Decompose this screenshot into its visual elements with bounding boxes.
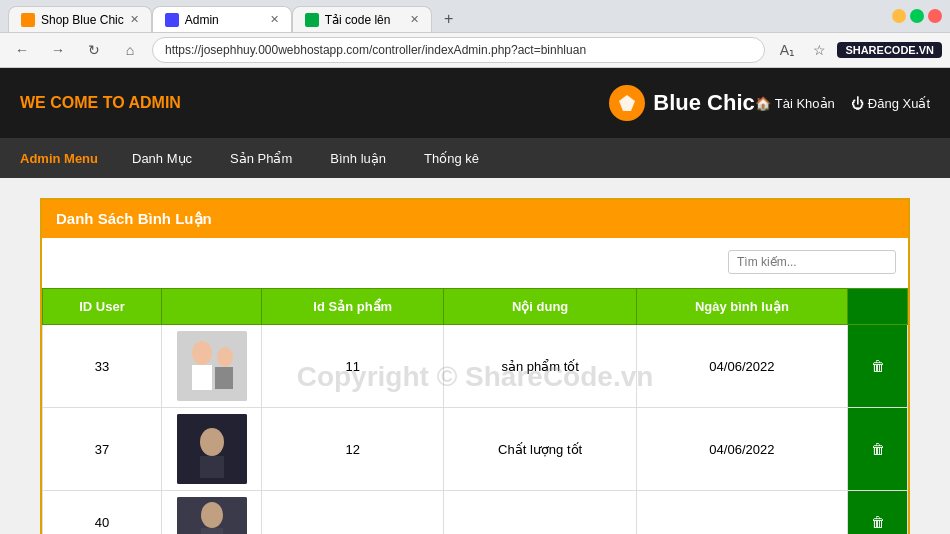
- bookmark-icon[interactable]: ☆: [805, 36, 833, 64]
- row3-date: [636, 491, 847, 535]
- svg-rect-5: [215, 367, 233, 389]
- logout-button[interactable]: ⏻ Đăng Xuất: [851, 96, 930, 111]
- logout-label: Đăng Xuất: [868, 96, 930, 111]
- row1-date: 04/06/2022: [636, 325, 847, 408]
- svg-point-7: [200, 428, 224, 456]
- translate-icon[interactable]: A₁: [773, 36, 801, 64]
- close-button[interactable]: [928, 9, 942, 23]
- search-input[interactable]: [728, 250, 896, 274]
- tab-shop-close[interactable]: ✕: [130, 13, 139, 26]
- comments-table: ID User Id Sản phẩm Nội dung Ngày bình l…: [42, 288, 908, 534]
- row1-delete-button[interactable]: 🗑: [859, 350, 897, 382]
- sharecode-logo: SHARECODE.VN: [837, 42, 942, 58]
- nav-thong-ke[interactable]: Thống kê: [420, 143, 483, 174]
- svg-point-10: [201, 502, 223, 528]
- row1-img-cell: [162, 325, 262, 408]
- table-title: Danh Sách Bình Luận: [42, 200, 908, 238]
- tab-shop[interactable]: Shop Blue Chic ✕: [8, 6, 152, 32]
- brand-name: Blue Chic: [653, 90, 754, 116]
- col-ngay: Ngày bình luận: [636, 289, 847, 325]
- tab-admin[interactable]: Admin ✕: [152, 6, 292, 32]
- row1-content: sản phẩm tốt: [444, 325, 636, 408]
- account-icon: 🏠: [755, 96, 771, 111]
- back-button[interactable]: ←: [8, 36, 36, 64]
- nav-san-pham[interactable]: Sản Phẩm: [226, 143, 296, 174]
- row3-id: 40: [43, 491, 162, 535]
- admin-menu-label: Admin Menu: [20, 151, 98, 166]
- browser-toolbar: ← → ↻ ⌂ A₁ ☆ SHARECODE.VN: [0, 32, 950, 68]
- refresh-button[interactable]: ↻: [80, 36, 108, 64]
- row2-product-id: 12: [262, 408, 444, 491]
- row3-delete-button[interactable]: 🗑: [859, 506, 897, 534]
- row1-product-id: 11: [262, 325, 444, 408]
- row2-avatar-img: [177, 414, 247, 484]
- col-noi-dung: Nội dung: [444, 289, 636, 325]
- table-body: 33: [43, 325, 908, 535]
- comment-table-container: Danh Sách Bình Luận Copyright © ShareCod…: [40, 198, 910, 534]
- forward-button[interactable]: →: [44, 36, 72, 64]
- site-title: WE COME TO ADMIN: [20, 94, 609, 112]
- svg-rect-11: [201, 528, 223, 534]
- tab-code-label: Tải code lên: [325, 13, 391, 27]
- site-header: WE COME TO ADMIN Blue Chic 🏠 Tài Khoản ⏻…: [0, 68, 950, 138]
- logout-icon: ⏻: [851, 96, 864, 111]
- window-controls: [892, 9, 942, 23]
- row2-id: 37: [43, 408, 162, 491]
- svg-point-4: [217, 347, 233, 367]
- table-row: 40: [43, 491, 908, 535]
- account-button[interactable]: 🏠 Tài Khoản: [755, 96, 835, 111]
- table-row: 37 12 Chất lượng tốt: [43, 408, 908, 491]
- row2-avatar: [177, 414, 247, 484]
- tab-admin-label: Admin: [185, 13, 219, 27]
- new-tab-button[interactable]: +: [436, 6, 462, 32]
- site-nav: Admin Menu Danh Mục Sản Phẩm Bình luận T…: [0, 138, 950, 178]
- brand-icon: [609, 85, 645, 121]
- row2-content: Chất lượng tốt: [444, 408, 636, 491]
- browser-chrome: Shop Blue Chic ✕ Admin ✕ Tải code lên ✕ …: [0, 0, 950, 68]
- browser-titlebar: Shop Blue Chic ✕ Admin ✕ Tải code lên ✕ …: [0, 0, 950, 32]
- table-row: 33: [43, 325, 908, 408]
- tab-shop-favicon: [21, 13, 35, 27]
- row1-avatar: [177, 331, 247, 401]
- row3-content: [444, 491, 636, 535]
- row1-action: 🗑: [848, 325, 908, 408]
- site-brand: Blue Chic: [609, 85, 754, 121]
- tab-admin-close[interactable]: ✕: [270, 13, 279, 26]
- row1-id: 33: [43, 325, 162, 408]
- row2-img-cell: [162, 408, 262, 491]
- toolbar-icons: A₁ ☆ SHARECODE.VN: [773, 36, 942, 64]
- row3-avatar-img: [177, 497, 247, 534]
- svg-marker-0: [619, 95, 635, 111]
- col-action: [848, 289, 908, 325]
- tab-shop-label: Shop Blue Chic: [41, 13, 124, 27]
- svg-rect-3: [192, 365, 212, 390]
- row2-delete-button[interactable]: 🗑: [859, 433, 897, 465]
- address-bar[interactable]: [152, 37, 765, 63]
- site-nav-right: 🏠 Tài Khoản ⏻ Đăng Xuất: [755, 96, 930, 111]
- svg-point-2: [192, 341, 212, 365]
- col-id-user: ID User: [43, 289, 162, 325]
- nav-danh-muc[interactable]: Danh Mục: [128, 143, 196, 174]
- row2-action: 🗑: [848, 408, 908, 491]
- col-img: [162, 289, 262, 325]
- tab-code[interactable]: Tải code lên ✕: [292, 6, 432, 32]
- table-header: ID User Id Sản phẩm Nội dung Ngày bình l…: [43, 289, 908, 325]
- svg-rect-8: [200, 456, 224, 478]
- row3-action: 🗑: [848, 491, 908, 535]
- brand-diamond-icon: [617, 93, 637, 113]
- row3-img-cell: [162, 491, 262, 535]
- row1-avatar-img: [177, 331, 247, 401]
- tab-code-favicon: [305, 13, 319, 27]
- home-button[interactable]: ⌂: [116, 36, 144, 64]
- minimize-button[interactable]: [892, 9, 906, 23]
- maximize-button[interactable]: [910, 9, 924, 23]
- tab-code-close[interactable]: ✕: [410, 13, 419, 26]
- site-content: Danh Sách Bình Luận Copyright © ShareCod…: [0, 178, 950, 534]
- row2-date: 04/06/2022: [636, 408, 847, 491]
- nav-binh-luan[interactable]: Bình luận: [326, 143, 390, 174]
- row3-product-id: [262, 491, 444, 535]
- row3-avatar: [177, 497, 247, 534]
- col-id-san-pham: Id Sản phẩm: [262, 289, 444, 325]
- account-label: Tài Khoản: [775, 96, 835, 111]
- tab-admin-favicon: [165, 13, 179, 27]
